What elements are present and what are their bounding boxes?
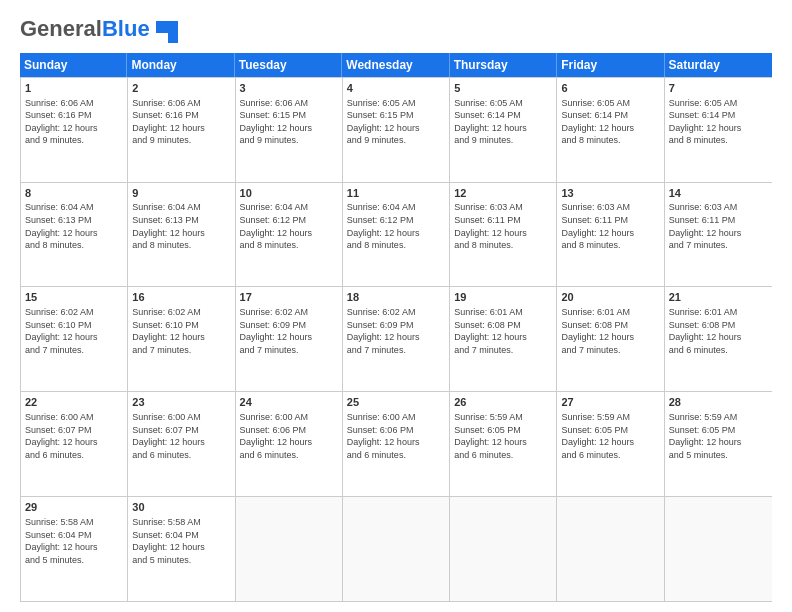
- day-number: 3: [240, 81, 338, 96]
- day-number: 16: [132, 290, 230, 305]
- header: GeneralBlue: [20, 16, 772, 43]
- header-day-sunday: Sunday: [20, 53, 127, 77]
- day-number: 21: [669, 290, 768, 305]
- logo-general: General: [20, 16, 102, 41]
- day-number: 5: [454, 81, 552, 96]
- day-number: 17: [240, 290, 338, 305]
- calendar-row: 22Sunrise: 6:00 AMSunset: 6:07 PMDayligh…: [21, 392, 772, 497]
- cell-info: Sunrise: 5:59 AMSunset: 6:05 PMDaylight:…: [669, 411, 768, 461]
- calendar-cell: 15Sunrise: 6:02 AMSunset: 6:10 PMDayligh…: [21, 287, 128, 391]
- calendar-cell: 10Sunrise: 6:04 AMSunset: 6:12 PMDayligh…: [236, 183, 343, 287]
- calendar-cell: 4Sunrise: 6:05 AMSunset: 6:15 PMDaylight…: [343, 78, 450, 182]
- header-day-monday: Monday: [127, 53, 234, 77]
- cell-info: Sunrise: 6:02 AMSunset: 6:09 PMDaylight:…: [240, 306, 338, 356]
- calendar-cell: 8Sunrise: 6:04 AMSunset: 6:13 PMDaylight…: [21, 183, 128, 287]
- logo-wordmark: GeneralBlue: [20, 16, 178, 43]
- cell-info: Sunrise: 6:05 AMSunset: 6:14 PMDaylight:…: [669, 97, 768, 147]
- calendar: SundayMondayTuesdayWednesdayThursdayFrid…: [20, 53, 772, 602]
- calendar-cell: 5Sunrise: 6:05 AMSunset: 6:14 PMDaylight…: [450, 78, 557, 182]
- header-day-wednesday: Wednesday: [342, 53, 449, 77]
- day-number: 4: [347, 81, 445, 96]
- day-number: 8: [25, 186, 123, 201]
- calendar-cell: 17Sunrise: 6:02 AMSunset: 6:09 PMDayligh…: [236, 287, 343, 391]
- logo-icon: [156, 21, 178, 43]
- calendar-row: 1Sunrise: 6:06 AMSunset: 6:16 PMDaylight…: [21, 78, 772, 183]
- calendar-cell: 24Sunrise: 6:00 AMSunset: 6:06 PMDayligh…: [236, 392, 343, 496]
- header-day-saturday: Saturday: [665, 53, 772, 77]
- cell-info: Sunrise: 6:02 AMSunset: 6:10 PMDaylight:…: [25, 306, 123, 356]
- day-number: 27: [561, 395, 659, 410]
- day-number: 12: [454, 186, 552, 201]
- day-number: 10: [240, 186, 338, 201]
- calendar-row: 29Sunrise: 5:58 AMSunset: 6:04 PMDayligh…: [21, 497, 772, 602]
- day-number: 13: [561, 186, 659, 201]
- cell-info: Sunrise: 6:04 AMSunset: 6:12 PMDaylight:…: [240, 201, 338, 251]
- calendar-cell: 14Sunrise: 6:03 AMSunset: 6:11 PMDayligh…: [665, 183, 772, 287]
- calendar-cell: 13Sunrise: 6:03 AMSunset: 6:11 PMDayligh…: [557, 183, 664, 287]
- cell-info: Sunrise: 6:05 AMSunset: 6:14 PMDaylight:…: [454, 97, 552, 147]
- cell-info: Sunrise: 5:58 AMSunset: 6:04 PMDaylight:…: [25, 516, 123, 566]
- day-number: 26: [454, 395, 552, 410]
- logo-blue: Blue: [102, 16, 150, 41]
- day-number: 30: [132, 500, 230, 515]
- cell-info: Sunrise: 6:00 AMSunset: 6:07 PMDaylight:…: [25, 411, 123, 461]
- cell-info: Sunrise: 6:01 AMSunset: 6:08 PMDaylight:…: [561, 306, 659, 356]
- cell-info: Sunrise: 6:01 AMSunset: 6:08 PMDaylight:…: [669, 306, 768, 356]
- cell-info: Sunrise: 6:04 AMSunset: 6:13 PMDaylight:…: [132, 201, 230, 251]
- day-number: 23: [132, 395, 230, 410]
- calendar-cell: 12Sunrise: 6:03 AMSunset: 6:11 PMDayligh…: [450, 183, 557, 287]
- calendar-cell: 21Sunrise: 6:01 AMSunset: 6:08 PMDayligh…: [665, 287, 772, 391]
- day-number: 9: [132, 186, 230, 201]
- cell-info: Sunrise: 6:03 AMSunset: 6:11 PMDaylight:…: [454, 201, 552, 251]
- cell-info: Sunrise: 6:02 AMSunset: 6:09 PMDaylight:…: [347, 306, 445, 356]
- calendar-cell: 11Sunrise: 6:04 AMSunset: 6:12 PMDayligh…: [343, 183, 450, 287]
- calendar-cell: 2Sunrise: 6:06 AMSunset: 6:16 PMDaylight…: [128, 78, 235, 182]
- day-number: 22: [25, 395, 123, 410]
- cell-info: Sunrise: 6:03 AMSunset: 6:11 PMDaylight:…: [561, 201, 659, 251]
- day-number: 15: [25, 290, 123, 305]
- header-day-tuesday: Tuesday: [235, 53, 342, 77]
- day-number: 28: [669, 395, 768, 410]
- calendar-cell: 27Sunrise: 5:59 AMSunset: 6:05 PMDayligh…: [557, 392, 664, 496]
- calendar-cell: [557, 497, 664, 601]
- calendar-cell: [236, 497, 343, 601]
- cell-info: Sunrise: 5:58 AMSunset: 6:04 PMDaylight:…: [132, 516, 230, 566]
- cell-info: Sunrise: 6:04 AMSunset: 6:12 PMDaylight:…: [347, 201, 445, 251]
- day-number: 14: [669, 186, 768, 201]
- day-number: 18: [347, 290, 445, 305]
- cell-info: Sunrise: 6:05 AMSunset: 6:15 PMDaylight:…: [347, 97, 445, 147]
- calendar-cell: 9Sunrise: 6:04 AMSunset: 6:13 PMDaylight…: [128, 183, 235, 287]
- calendar-cell: 1Sunrise: 6:06 AMSunset: 6:16 PMDaylight…: [21, 78, 128, 182]
- day-number: 29: [25, 500, 123, 515]
- calendar-cell: 18Sunrise: 6:02 AMSunset: 6:09 PMDayligh…: [343, 287, 450, 391]
- cell-info: Sunrise: 6:00 AMSunset: 6:06 PMDaylight:…: [240, 411, 338, 461]
- calendar-cell: 30Sunrise: 5:58 AMSunset: 6:04 PMDayligh…: [128, 497, 235, 601]
- day-number: 20: [561, 290, 659, 305]
- day-number: 11: [347, 186, 445, 201]
- calendar-cell: 23Sunrise: 6:00 AMSunset: 6:07 PMDayligh…: [128, 392, 235, 496]
- page: GeneralBlue SundayMondayTuesdayWednesday…: [0, 0, 792, 612]
- cell-info: Sunrise: 6:00 AMSunset: 6:07 PMDaylight:…: [132, 411, 230, 461]
- day-number: 19: [454, 290, 552, 305]
- calendar-cell: 19Sunrise: 6:01 AMSunset: 6:08 PMDayligh…: [450, 287, 557, 391]
- calendar-cell: 25Sunrise: 6:00 AMSunset: 6:06 PMDayligh…: [343, 392, 450, 496]
- calendar-cell: 22Sunrise: 6:00 AMSunset: 6:07 PMDayligh…: [21, 392, 128, 496]
- cell-info: Sunrise: 6:06 AMSunset: 6:15 PMDaylight:…: [240, 97, 338, 147]
- day-number: 25: [347, 395, 445, 410]
- header-day-thursday: Thursday: [450, 53, 557, 77]
- cell-info: Sunrise: 6:06 AMSunset: 6:16 PMDaylight:…: [25, 97, 123, 147]
- svg-marker-0: [156, 21, 178, 43]
- cell-info: Sunrise: 6:06 AMSunset: 6:16 PMDaylight:…: [132, 97, 230, 147]
- day-number: 24: [240, 395, 338, 410]
- cell-info: Sunrise: 5:59 AMSunset: 6:05 PMDaylight:…: [454, 411, 552, 461]
- calendar-cell: 20Sunrise: 6:01 AMSunset: 6:08 PMDayligh…: [557, 287, 664, 391]
- day-number: 2: [132, 81, 230, 96]
- calendar-cell: 6Sunrise: 6:05 AMSunset: 6:14 PMDaylight…: [557, 78, 664, 182]
- day-number: 1: [25, 81, 123, 96]
- calendar-cell: 29Sunrise: 5:58 AMSunset: 6:04 PMDayligh…: [21, 497, 128, 601]
- header-day-friday: Friday: [557, 53, 664, 77]
- cell-info: Sunrise: 6:04 AMSunset: 6:13 PMDaylight:…: [25, 201, 123, 251]
- calendar-row: 15Sunrise: 6:02 AMSunset: 6:10 PMDayligh…: [21, 287, 772, 392]
- calendar-cell: 28Sunrise: 5:59 AMSunset: 6:05 PMDayligh…: [665, 392, 772, 496]
- cell-info: Sunrise: 6:01 AMSunset: 6:08 PMDaylight:…: [454, 306, 552, 356]
